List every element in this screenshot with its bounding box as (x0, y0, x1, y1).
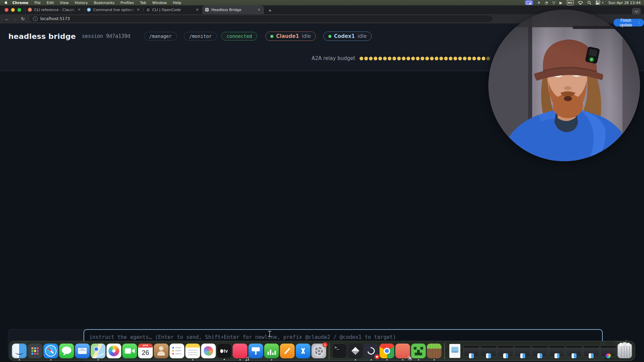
control-center-icon[interactable] (596, 1, 600, 5)
play-status-icon[interactable]: ▶ (559, 1, 562, 5)
appletv-label: tv (217, 344, 231, 358)
window-controls (0, 5, 25, 14)
forward-button[interactable]: → (11, 15, 19, 23)
site-info-icon[interactable]: i (33, 16, 38, 21)
dock-icon-safari[interactable] (44, 344, 58, 358)
menu-view[interactable]: View (57, 1, 72, 5)
dock-icon-contacts[interactable] (154, 344, 169, 358)
relay-budget-dot (439, 57, 443, 60)
nav-button-manager[interactable]: /manager (144, 32, 177, 41)
running-indicator (402, 359, 404, 361)
dock-icon-window-6[interactable] (549, 345, 565, 357)
dock-icon-pages[interactable] (280, 344, 295, 358)
dock-icon-calendar[interactable]: APR26 (138, 344, 153, 358)
menu-chrome[interactable]: Chrome (9, 1, 32, 5)
relay-budget-dot (425, 57, 429, 60)
dock-icon-notes[interactable] (185, 344, 200, 358)
dock-icon-trash[interactable] (618, 344, 632, 358)
tab-codex-docs[interactable]: Command line options – Cod× (84, 5, 143, 14)
starburst-status-icon[interactable]: ✳ (537, 1, 540, 5)
dock-icon-window-8[interactable] (583, 345, 599, 357)
relay-budget-dot (416, 57, 420, 60)
dock-icon-window-5[interactable] (532, 345, 548, 357)
macos-dock: APR26tv1 (9, 341, 635, 361)
tab-claude-docs[interactable]: CLI reference - Claude Code× (25, 5, 84, 14)
dock-icon-window-2[interactable] (481, 345, 497, 357)
menu-bookmarks[interactable]: Bookmarks (91, 1, 117, 5)
vpn-shield-icon[interactable]: ▽ (552, 1, 555, 5)
agent-status: idle (358, 33, 367, 39)
relay-budget-dot (486, 57, 490, 60)
window-minimize-button[interactable] (11, 8, 15, 12)
relay-budget-dot (463, 57, 467, 60)
tab-close-icon[interactable]: × (136, 7, 141, 12)
back-button[interactable]: ← (3, 15, 11, 23)
dock-icon-finder[interactable] (12, 344, 27, 358)
keyboard-layout-indicator[interactable]: NO (567, 0, 574, 5)
relay-budget-dot (360, 57, 363, 60)
dock-icon-numbers[interactable] (264, 344, 279, 358)
time-tracker-icon[interactable]: ◔ (545, 1, 548, 5)
dock-icon-obs[interactable] (364, 344, 379, 358)
wifi-icon[interactable] (578, 1, 583, 5)
finish-update-button[interactable]: Finish update ⋮ (613, 19, 644, 26)
dock-icon-messages[interactable] (59, 344, 74, 358)
menubar-status-area: ✳ ◔ ▽ ▶ NO Sun Apr 26 13:44 (525, 0, 641, 5)
dock-icon-window-3[interactable] (498, 345, 514, 357)
dock-icon-mail[interactable] (75, 344, 90, 358)
spotlight-search-icon[interactable] (587, 1, 591, 5)
dock-icon-document[interactable] (448, 344, 463, 358)
dock-icon-window-7[interactable] (566, 345, 582, 357)
dock-icon-starburst-app[interactable] (395, 344, 410, 358)
tab-opencode-docs[interactable]: CLI | OpenCode× (143, 5, 202, 14)
screen-mirroring-icon[interactable] (525, 0, 533, 5)
menubar-clock[interactable]: Sun Apr 26 13:44 (608, 1, 641, 5)
agent-status-dot (328, 35, 331, 38)
dock-icon-system-settings[interactable]: 1 (312, 344, 326, 358)
nav-button-monitor[interactable]: /monitor (184, 32, 217, 41)
address-bar[interactable]: i localhost:5173 (30, 15, 492, 22)
menu-file[interactable]: File (32, 1, 44, 5)
dock-icon-reminders[interactable] (170, 344, 184, 358)
tab-title: CLI | OpenCode (152, 8, 195, 12)
dock-icon-photos[interactable] (107, 344, 121, 358)
tab-close-icon[interactable]: × (195, 7, 200, 12)
tab-title: Command line options – Cod (93, 8, 136, 12)
dock-icon-chrome[interactable] (380, 344, 394, 358)
dock-icon-terminal[interactable] (332, 344, 347, 358)
tab-title: Headless Bridge (211, 8, 257, 12)
dock-icon-window-color[interactable] (600, 345, 616, 357)
dock-icon-minecraft[interactable] (427, 344, 442, 358)
apple-menu-icon[interactable] (3, 1, 9, 5)
window-zoom-button[interactable] (17, 8, 21, 12)
dock-icon-keynote[interactable] (249, 344, 263, 358)
dock-icon-window-4[interactable] (515, 345, 531, 357)
tab-close-icon[interactable]: × (257, 7, 261, 12)
dock-icon-app-store[interactable] (296, 344, 311, 358)
window-close-button[interactable] (5, 8, 8, 12)
menu-help[interactable]: Help (170, 1, 184, 5)
tab-headless-bridge[interactable]: Headless Bridge× (202, 5, 264, 14)
dock-icon-window-1[interactable] (464, 345, 480, 357)
tab-search-button[interactable] (632, 8, 641, 14)
reload-button[interactable]: ↻ (19, 15, 27, 23)
webcam-person-illustration (488, 10, 640, 161)
relay-budget-dot (397, 57, 401, 60)
dock-icon-minecraft-creeper[interactable] (411, 344, 426, 358)
dock-icon-facetime[interactable] (122, 344, 137, 358)
menu-tab[interactable]: Tab (137, 1, 149, 5)
dock-icon-launchpad[interactable] (28, 344, 43, 358)
relay-budget-dot (411, 57, 415, 60)
menu-history[interactable]: History (72, 1, 91, 5)
dock-icon-maps[interactable] (91, 344, 106, 358)
menu-edit[interactable]: Edit (44, 1, 57, 5)
dock-icon-music[interactable] (233, 344, 248, 358)
dock-icon-block-modeler[interactable] (348, 344, 363, 358)
menu-profiles[interactable]: Profiles (117, 1, 137, 5)
tab-close-icon[interactable]: × (77, 7, 82, 12)
menu-window[interactable]: Window (149, 1, 170, 5)
running-indicator (386, 359, 388, 361)
new-tab-button[interactable]: + (266, 6, 274, 14)
dock-icon-freeform[interactable] (201, 344, 216, 358)
dock-icon-apple-tv[interactable]: tv (217, 344, 232, 358)
